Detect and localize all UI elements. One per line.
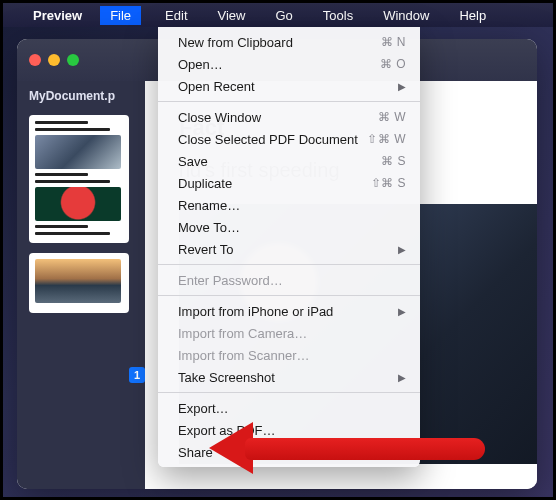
menu-shortcut: ⌘ W bbox=[378, 110, 406, 124]
menu-item-revert-to[interactable]: Revert To ▶ bbox=[158, 238, 420, 260]
menu-item-import-scanner: Import from Scanner… bbox=[158, 344, 420, 366]
menu-item-new-from-clipboard[interactable]: New from Clipboard ⌘ N bbox=[158, 31, 420, 53]
thumbnail-image bbox=[35, 187, 121, 221]
menu-shortcut: ⌘ O bbox=[380, 57, 406, 71]
menu-shortcut: ⌘ S bbox=[381, 154, 406, 168]
menu-separator bbox=[158, 101, 420, 102]
menu-label: Enter Password… bbox=[178, 273, 283, 288]
menubar: Preview File Edit View Go Tools Window H… bbox=[3, 3, 553, 27]
chevron-right-icon: ▶ bbox=[398, 244, 406, 255]
menu-label: Close Selected PDF Document bbox=[178, 132, 358, 147]
menu-item-open-recent[interactable]: Open Recent ▶ bbox=[158, 75, 420, 97]
page-number-badge: 1 bbox=[129, 367, 145, 383]
menu-separator bbox=[158, 392, 420, 393]
thumbnail-list bbox=[29, 115, 137, 313]
zoom-button[interactable] bbox=[67, 54, 79, 66]
menu-item-save[interactable]: Save ⌘ S bbox=[158, 150, 420, 172]
menu-item-open[interactable]: Open… ⌘ O bbox=[158, 53, 420, 75]
chevron-right-icon: ▶ bbox=[398, 372, 406, 383]
menubar-item-file[interactable]: File bbox=[100, 6, 141, 25]
menu-item-share[interactable]: Share ▶ bbox=[158, 441, 420, 463]
menu-label: Rename… bbox=[178, 198, 240, 213]
page-thumbnail-1[interactable] bbox=[29, 115, 129, 243]
menu-item-close-selected-pdf[interactable]: Close Selected PDF Document ⇧⌘ W bbox=[158, 128, 420, 150]
menu-item-close-window[interactable]: Close Window ⌘ W bbox=[158, 106, 420, 128]
menu-shortcut: ⌘ N bbox=[381, 35, 407, 49]
menu-item-duplicate[interactable]: Duplicate ⇧⌘ S bbox=[158, 172, 420, 194]
menu-item-import-camera: Import from Camera… bbox=[158, 322, 420, 344]
menu-label: Import from Scanner… bbox=[178, 348, 310, 363]
menu-item-enter-password: Enter Password… bbox=[158, 269, 420, 291]
menu-label: New from Clipboard bbox=[178, 35, 293, 50]
chevron-right-icon: ▶ bbox=[398, 306, 406, 317]
thumbnail-image bbox=[35, 259, 121, 303]
minimize-button[interactable] bbox=[48, 54, 60, 66]
close-button[interactable] bbox=[29, 54, 41, 66]
menubar-item-window[interactable]: Window bbox=[377, 6, 435, 25]
menu-label: Import from iPhone or iPad bbox=[178, 304, 333, 319]
menubar-item-edit[interactable]: Edit bbox=[159, 6, 193, 25]
page-thumbnail-2[interactable] bbox=[29, 253, 129, 313]
menu-label: Export as PDF… bbox=[178, 423, 276, 438]
thumbnail-sidebar: MyDocument.p bbox=[17, 81, 145, 489]
menubar-item-tools[interactable]: Tools bbox=[317, 6, 359, 25]
menu-item-take-screenshot[interactable]: Take Screenshot ▶ bbox=[158, 366, 420, 388]
menu-label: Duplicate bbox=[178, 176, 232, 191]
menu-label: Revert To bbox=[178, 242, 233, 257]
menu-label: Take Screenshot bbox=[178, 370, 275, 385]
chevron-right-icon: ▶ bbox=[398, 447, 406, 458]
app-name[interactable]: Preview bbox=[33, 8, 82, 23]
menu-separator bbox=[158, 264, 420, 265]
menu-item-export-as-pdf[interactable]: Export as PDF… bbox=[158, 419, 420, 441]
menu-label: Export… bbox=[178, 401, 229, 416]
menu-separator bbox=[158, 295, 420, 296]
menubar-item-help[interactable]: Help bbox=[453, 6, 492, 25]
menu-label: Open Recent bbox=[178, 79, 255, 94]
menubar-item-view[interactable]: View bbox=[212, 6, 252, 25]
menu-shortcut: ⇧⌘ S bbox=[371, 176, 406, 190]
file-menu-dropdown: New from Clipboard ⌘ N Open… ⌘ O Open Re… bbox=[158, 27, 420, 467]
menu-label: Save bbox=[178, 154, 208, 169]
document-name: MyDocument.p bbox=[29, 89, 137, 103]
menu-label: Import from Camera… bbox=[178, 326, 307, 341]
menu-label: Close Window bbox=[178, 110, 261, 125]
menu-item-export[interactable]: Export… bbox=[158, 397, 420, 419]
chevron-right-icon: ▶ bbox=[398, 81, 406, 92]
menu-item-move-to[interactable]: Move To… bbox=[158, 216, 420, 238]
menu-label: Open… bbox=[178, 57, 223, 72]
menu-label: Share bbox=[178, 445, 213, 460]
menu-item-import-iphone-ipad[interactable]: Import from iPhone or iPad ▶ bbox=[158, 300, 420, 322]
menubar-item-go[interactable]: Go bbox=[269, 6, 298, 25]
thumbnail-image bbox=[35, 135, 121, 169]
menu-label: Move To… bbox=[178, 220, 240, 235]
menu-shortcut: ⇧⌘ W bbox=[367, 132, 406, 146]
menu-item-rename[interactable]: Rename… bbox=[158, 194, 420, 216]
